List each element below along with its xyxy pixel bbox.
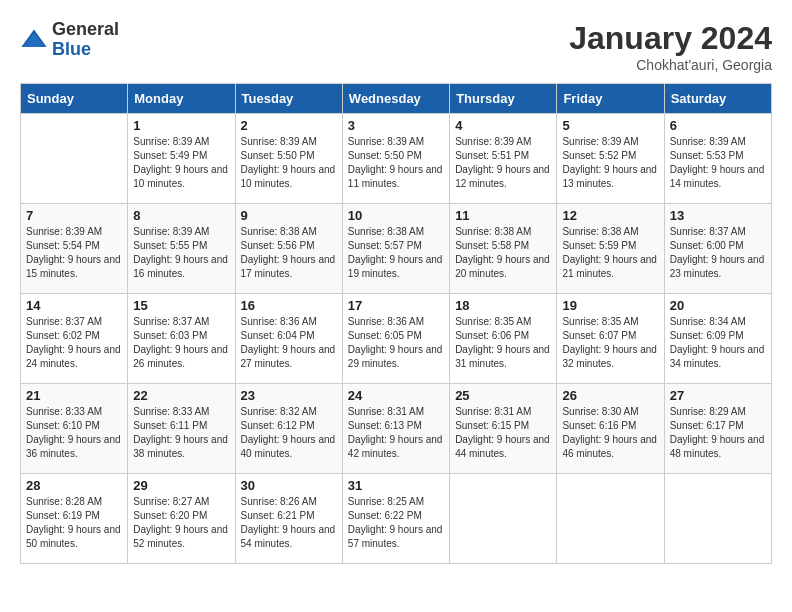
day-info: Sunrise: 8:31 AMSunset: 6:15 PMDaylight:…	[455, 405, 551, 461]
day-info: Sunrise: 8:35 AMSunset: 6:06 PMDaylight:…	[455, 315, 551, 371]
day-number: 19	[562, 298, 658, 313]
weekday-header-row: SundayMondayTuesdayWednesdayThursdayFrid…	[21, 84, 772, 114]
weekday-header-sunday: Sunday	[21, 84, 128, 114]
day-cell: 16Sunrise: 8:36 AMSunset: 6:04 PMDayligh…	[235, 294, 342, 384]
day-cell: 31Sunrise: 8:25 AMSunset: 6:22 PMDayligh…	[342, 474, 449, 564]
weekday-header-thursday: Thursday	[450, 84, 557, 114]
day-info: Sunrise: 8:39 AMSunset: 5:51 PMDaylight:…	[455, 135, 551, 191]
day-info: Sunrise: 8:26 AMSunset: 6:21 PMDaylight:…	[241, 495, 337, 551]
day-number: 7	[26, 208, 122, 223]
day-info: Sunrise: 8:35 AMSunset: 6:07 PMDaylight:…	[562, 315, 658, 371]
day-cell	[664, 474, 771, 564]
day-number: 16	[241, 298, 337, 313]
day-info: Sunrise: 8:36 AMSunset: 6:05 PMDaylight:…	[348, 315, 444, 371]
day-number: 21	[26, 388, 122, 403]
day-cell: 1Sunrise: 8:39 AMSunset: 5:49 PMDaylight…	[128, 114, 235, 204]
day-info: Sunrise: 8:33 AMSunset: 6:10 PMDaylight:…	[26, 405, 122, 461]
day-number: 31	[348, 478, 444, 493]
weekday-header-tuesday: Tuesday	[235, 84, 342, 114]
day-info: Sunrise: 8:37 AMSunset: 6:00 PMDaylight:…	[670, 225, 766, 281]
day-cell: 26Sunrise: 8:30 AMSunset: 6:16 PMDayligh…	[557, 384, 664, 474]
week-row-3: 14Sunrise: 8:37 AMSunset: 6:02 PMDayligh…	[21, 294, 772, 384]
calendar-table: SundayMondayTuesdayWednesdayThursdayFrid…	[20, 83, 772, 564]
day-cell: 6Sunrise: 8:39 AMSunset: 5:53 PMDaylight…	[664, 114, 771, 204]
week-row-4: 21Sunrise: 8:33 AMSunset: 6:10 PMDayligh…	[21, 384, 772, 474]
location-subtitle: Chokhat'auri, Georgia	[569, 57, 772, 73]
week-row-2: 7Sunrise: 8:39 AMSunset: 5:54 PMDaylight…	[21, 204, 772, 294]
day-number: 27	[670, 388, 766, 403]
day-cell: 28Sunrise: 8:28 AMSunset: 6:19 PMDayligh…	[21, 474, 128, 564]
weekday-header-saturday: Saturday	[664, 84, 771, 114]
day-info: Sunrise: 8:33 AMSunset: 6:11 PMDaylight:…	[133, 405, 229, 461]
day-info: Sunrise: 8:38 AMSunset: 5:57 PMDaylight:…	[348, 225, 444, 281]
day-number: 5	[562, 118, 658, 133]
day-number: 28	[26, 478, 122, 493]
day-cell: 8Sunrise: 8:39 AMSunset: 5:55 PMDaylight…	[128, 204, 235, 294]
day-number: 20	[670, 298, 766, 313]
day-cell: 2Sunrise: 8:39 AMSunset: 5:50 PMDaylight…	[235, 114, 342, 204]
title-area: January 2024 Chokhat'auri, Georgia	[569, 20, 772, 73]
day-cell: 7Sunrise: 8:39 AMSunset: 5:54 PMDaylight…	[21, 204, 128, 294]
day-number: 11	[455, 208, 551, 223]
day-cell: 12Sunrise: 8:38 AMSunset: 5:59 PMDayligh…	[557, 204, 664, 294]
day-cell: 23Sunrise: 8:32 AMSunset: 6:12 PMDayligh…	[235, 384, 342, 474]
day-number: 29	[133, 478, 229, 493]
day-cell: 30Sunrise: 8:26 AMSunset: 6:21 PMDayligh…	[235, 474, 342, 564]
weekday-header-wednesday: Wednesday	[342, 84, 449, 114]
day-info: Sunrise: 8:27 AMSunset: 6:20 PMDaylight:…	[133, 495, 229, 551]
day-cell	[21, 114, 128, 204]
day-info: Sunrise: 8:39 AMSunset: 5:54 PMDaylight:…	[26, 225, 122, 281]
day-number: 9	[241, 208, 337, 223]
day-info: Sunrise: 8:39 AMSunset: 5:50 PMDaylight:…	[348, 135, 444, 191]
day-number: 13	[670, 208, 766, 223]
day-cell: 17Sunrise: 8:36 AMSunset: 6:05 PMDayligh…	[342, 294, 449, 384]
day-number: 30	[241, 478, 337, 493]
day-number: 1	[133, 118, 229, 133]
day-cell: 24Sunrise: 8:31 AMSunset: 6:13 PMDayligh…	[342, 384, 449, 474]
day-info: Sunrise: 8:39 AMSunset: 5:49 PMDaylight:…	[133, 135, 229, 191]
weekday-header-monday: Monday	[128, 84, 235, 114]
day-cell	[557, 474, 664, 564]
day-cell: 4Sunrise: 8:39 AMSunset: 5:51 PMDaylight…	[450, 114, 557, 204]
day-number: 12	[562, 208, 658, 223]
day-info: Sunrise: 8:34 AMSunset: 6:09 PMDaylight:…	[670, 315, 766, 371]
logo: General Blue	[20, 20, 119, 60]
logo-icon	[20, 26, 48, 54]
day-number: 10	[348, 208, 444, 223]
day-cell: 10Sunrise: 8:38 AMSunset: 5:57 PMDayligh…	[342, 204, 449, 294]
day-number: 3	[348, 118, 444, 133]
day-info: Sunrise: 8:37 AMSunset: 6:03 PMDaylight:…	[133, 315, 229, 371]
day-number: 14	[26, 298, 122, 313]
day-cell: 19Sunrise: 8:35 AMSunset: 6:07 PMDayligh…	[557, 294, 664, 384]
day-cell: 27Sunrise: 8:29 AMSunset: 6:17 PMDayligh…	[664, 384, 771, 474]
day-cell: 11Sunrise: 8:38 AMSunset: 5:58 PMDayligh…	[450, 204, 557, 294]
day-cell: 3Sunrise: 8:39 AMSunset: 5:50 PMDaylight…	[342, 114, 449, 204]
day-cell: 22Sunrise: 8:33 AMSunset: 6:11 PMDayligh…	[128, 384, 235, 474]
day-cell: 5Sunrise: 8:39 AMSunset: 5:52 PMDaylight…	[557, 114, 664, 204]
logo-text: General Blue	[52, 20, 119, 60]
day-number: 2	[241, 118, 337, 133]
day-info: Sunrise: 8:38 AMSunset: 5:56 PMDaylight:…	[241, 225, 337, 281]
day-info: Sunrise: 8:28 AMSunset: 6:19 PMDaylight:…	[26, 495, 122, 551]
day-info: Sunrise: 8:39 AMSunset: 5:53 PMDaylight:…	[670, 135, 766, 191]
month-title: January 2024	[569, 20, 772, 57]
day-info: Sunrise: 8:37 AMSunset: 6:02 PMDaylight:…	[26, 315, 122, 371]
day-number: 17	[348, 298, 444, 313]
day-cell: 14Sunrise: 8:37 AMSunset: 6:02 PMDayligh…	[21, 294, 128, 384]
week-row-5: 28Sunrise: 8:28 AMSunset: 6:19 PMDayligh…	[21, 474, 772, 564]
day-number: 23	[241, 388, 337, 403]
day-cell: 25Sunrise: 8:31 AMSunset: 6:15 PMDayligh…	[450, 384, 557, 474]
day-cell: 18Sunrise: 8:35 AMSunset: 6:06 PMDayligh…	[450, 294, 557, 384]
day-number: 15	[133, 298, 229, 313]
day-number: 4	[455, 118, 551, 133]
day-number: 25	[455, 388, 551, 403]
day-number: 8	[133, 208, 229, 223]
day-info: Sunrise: 8:38 AMSunset: 5:58 PMDaylight:…	[455, 225, 551, 281]
day-cell: 20Sunrise: 8:34 AMSunset: 6:09 PMDayligh…	[664, 294, 771, 384]
day-cell: 13Sunrise: 8:37 AMSunset: 6:00 PMDayligh…	[664, 204, 771, 294]
week-row-1: 1Sunrise: 8:39 AMSunset: 5:49 PMDaylight…	[21, 114, 772, 204]
day-number: 6	[670, 118, 766, 133]
day-info: Sunrise: 8:25 AMSunset: 6:22 PMDaylight:…	[348, 495, 444, 551]
day-cell: 15Sunrise: 8:37 AMSunset: 6:03 PMDayligh…	[128, 294, 235, 384]
weekday-header-friday: Friday	[557, 84, 664, 114]
